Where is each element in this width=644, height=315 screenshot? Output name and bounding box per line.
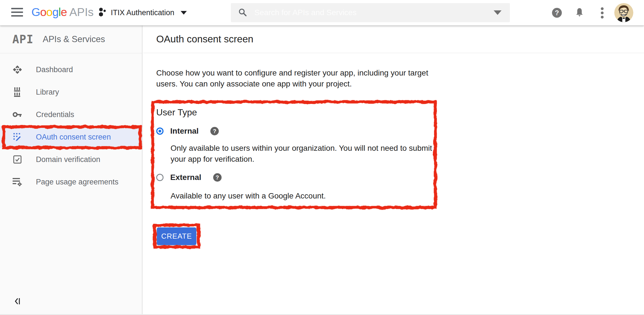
list-settings-icon (12, 177, 22, 186)
sidebar-item-label: Page usage agreements (36, 178, 118, 186)
radio-external-label[interactable]: External (170, 173, 201, 182)
sidebar-item-domain-verification[interactable]: Domain verification (0, 148, 142, 171)
top-app-bar: GoogleAPIs ITIX Authentication ? (0, 0, 644, 26)
help-icon[interactable]: ? (210, 127, 219, 135)
search-bar (231, 3, 510, 22)
sidebar-item-page-usage-agreements[interactable]: Page usage agreements (0, 171, 142, 193)
help-icon[interactable]: ? (213, 173, 222, 182)
help-glyph: ? (215, 174, 219, 181)
external-description: Available to any user with a Google Acco… (171, 190, 437, 201)
radio-internal-label[interactable]: Internal (170, 127, 199, 136)
logo-letter: G (31, 6, 40, 19)
logo-letter: e (61, 6, 67, 19)
radio-option-external: External ? (156, 173, 222, 182)
chevron-down-icon (181, 11, 187, 15)
sidebar-item-label: Credentials (36, 110, 74, 119)
google-apis-logo[interactable]: GoogleAPIs (31, 6, 94, 19)
sidebar-header: API APIs & Services (0, 25, 142, 53)
page-title: OAuth consent screen (156, 33, 253, 45)
library-icon (12, 87, 22, 97)
sidebar-nav: Dashboard Library Credent (0, 53, 142, 193)
user-type-heading: User Type (156, 107, 197, 118)
sidebar-item-dashboard[interactable]: Dashboard (0, 58, 142, 81)
account-avatar[interactable] (614, 3, 633, 22)
dashboard-icon (12, 65, 22, 74)
sidebar-item-label: OAuth consent screen (36, 133, 111, 141)
logo-letter: o (40, 6, 46, 19)
sidebar-title: APIs & Services (43, 34, 105, 44)
sidebar-item-label: Domain verification (36, 155, 100, 164)
search-input[interactable] (254, 8, 494, 17)
radio-external[interactable] (156, 174, 164, 181)
radio-internal[interactable] (156, 127, 164, 135)
collapse-sidebar-icon[interactable] (14, 297, 23, 307)
more-options-icon[interactable] (600, 7, 604, 19)
page-header: OAuth consent screen (143, 25, 644, 53)
intro-text: Choose how you want to configure and reg… (156, 67, 437, 89)
radio-option-internal: Internal ? (156, 126, 219, 136)
search-icon (238, 8, 248, 17)
logo-letter: o (46, 6, 52, 19)
help-icon[interactable]: ? (552, 8, 562, 18)
sidebar-item-credentials[interactable]: Credentials (0, 103, 142, 126)
create-button[interactable]: CREATE (157, 227, 196, 245)
project-name: ITIX Authentication (111, 8, 174, 17)
internal-description: Only available to users within your orga… (171, 143, 437, 165)
create-button-label: CREATE (161, 232, 192, 241)
project-selector[interactable]: ITIX Authentication (98, 0, 187, 25)
oauth-consent-icon (12, 133, 22, 141)
project-hexagons-icon (98, 7, 107, 18)
help-glyph: ? (213, 128, 216, 134)
search-dropdown-icon[interactable] (494, 10, 502, 15)
hamburger-menu-icon[interactable] (11, 8, 24, 17)
sidebar-item-label: Dashboard (36, 65, 73, 74)
sidebar-item-library[interactable]: Library (0, 81, 142, 103)
notifications-bell-icon[interactable] (575, 7, 584, 19)
checkbox-icon (12, 155, 22, 164)
sidebar-item-label: Library (36, 88, 59, 97)
sidebar: API APIs & Services Dashboard (0, 25, 142, 315)
logo-letter: g (52, 6, 59, 19)
help-glyph: ? (555, 9, 559, 17)
key-icon (12, 111, 22, 118)
logo-suffix: APIs (69, 6, 94, 19)
api-logo: API (12, 33, 33, 46)
sidebar-item-oauth-consent-screen[interactable]: OAuth consent screen (0, 126, 142, 148)
